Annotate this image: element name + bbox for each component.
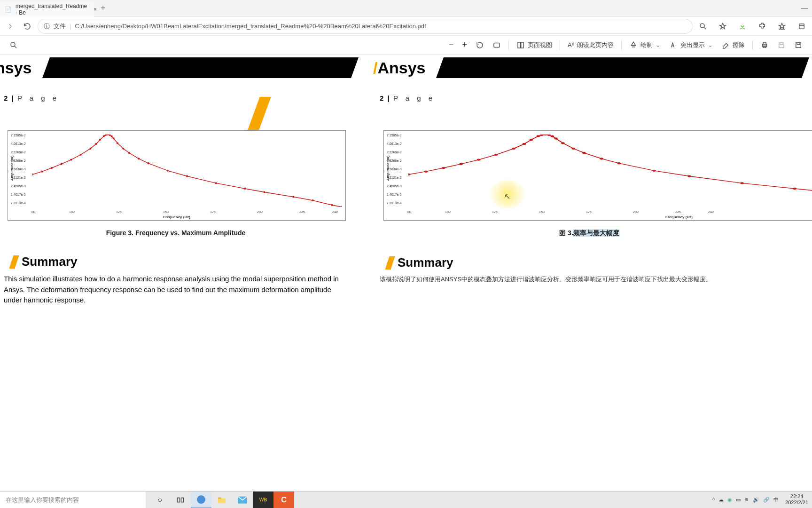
chevron-down-icon: ⌄	[656, 41, 661, 48]
figure-caption-cn: 图 3.频率与最大幅度	[373, 229, 805, 238]
svg-point-18	[41, 171, 43, 173]
taskbar-search-placeholder: 在这里输入你要搜索的内容	[6, 496, 79, 504]
svg-point-65	[617, 162, 621, 164]
svg-point-63	[582, 152, 586, 154]
read-aloud-button[interactable]: A)) 朗读此页内容	[565, 39, 617, 51]
x-tick: 150.	[539, 210, 546, 214]
svg-line-7	[15, 46, 16, 48]
explorer-icon[interactable]	[211, 492, 232, 508]
y-tick: 1.4017e-3	[387, 193, 402, 196]
pdf-viewport[interactable]: nsys 2 | P a g e Amplitude (m) Frequency…	[0, 55, 812, 495]
onedrive-icon[interactable]: ☁	[718, 497, 724, 503]
link-icon[interactable]: 🔗	[763, 497, 770, 503]
page-number: 2 | P a g e	[4, 94, 354, 102]
erase-button[interactable]: 擦除	[718, 39, 748, 51]
x-axis-label: Frequency (Hz)	[163, 215, 190, 219]
svg-point-20	[61, 163, 62, 165]
file-badge: 文件	[54, 22, 66, 31]
svg-rect-78	[218, 498, 226, 503]
edge-icon[interactable]	[191, 492, 211, 508]
favorite-icon[interactable]	[716, 20, 729, 33]
url-field[interactable]: ⓘ 文件 | C:/Users/enheng/Desktop/HW01BeamL…	[38, 19, 693, 34]
tray-chevron-icon[interactable]: ^	[712, 497, 715, 502]
svg-point-34	[128, 152, 130, 154]
extensions-icon[interactable]	[756, 20, 769, 33]
mail-icon[interactable]	[232, 492, 253, 508]
x-tick: 175.	[586, 210, 593, 214]
x-tick: 150.	[163, 210, 170, 214]
ime-indicator[interactable]: 中	[773, 496, 779, 503]
new-tab-button[interactable]: +	[98, 2, 109, 14]
favorites-list-icon[interactable]	[775, 20, 789, 33]
cortana-icon[interactable]: ○	[149, 492, 170, 508]
y-tick: 4.0813e-2	[11, 142, 26, 145]
pdf-search-icon[interactable]	[7, 39, 21, 51]
y-tick: 2.3269e-2	[387, 151, 402, 154]
pdf-page-right: /Ansys 2 | P a g e Amplitude (m) Frequen…	[373, 55, 805, 306]
svg-point-52	[512, 148, 515, 150]
battery-icon[interactable]: ▭	[736, 497, 741, 503]
svg-point-61	[561, 142, 565, 144]
svg-point-40	[244, 188, 246, 190]
rotate-icon[interactable]	[473, 39, 487, 51]
pdf-toolbar: − + 页面视图 A)) 朗读此页内容 绘制 ⌄ 突出显示 ⌄ 擦除	[0, 36, 812, 55]
svg-point-24	[95, 143, 97, 145]
info-icon: ⓘ	[44, 22, 50, 31]
wifi-icon[interactable]: ⚞	[744, 497, 749, 503]
clock[interactable]: 22:24 2022/2/21	[785, 493, 808, 506]
svg-point-30	[111, 135, 113, 137]
forward-button[interactable]	[4, 20, 17, 33]
chart-left: Amplitude (m) Frequency (Hz) 7.1585e-2 4…	[8, 130, 346, 221]
task-view-icon[interactable]	[170, 492, 191, 508]
save-as-icon[interactable]	[791, 39, 805, 51]
x-tick: 240.	[708, 210, 715, 214]
x-tick: 100.	[69, 210, 76, 214]
zoom-in-button[interactable]: +	[459, 38, 470, 52]
summary-text-cn: 该模拟说明了如何使用ANSYS中的模态叠加方法进行谐波响应分析。变形频率响应可用…	[380, 275, 795, 284]
draw-button[interactable]: 绘制 ⌄	[626, 39, 664, 51]
chevron-down-icon: ⌄	[708, 41, 713, 48]
x-tick: 80.	[31, 210, 36, 214]
svg-point-23	[89, 148, 91, 150]
svg-rect-15	[780, 42, 783, 44]
y-tick: 7.9913e-4	[11, 201, 26, 205]
svg-point-67	[687, 175, 691, 177]
svg-rect-79	[218, 497, 221, 499]
print-icon[interactable]	[757, 39, 772, 51]
browser-tab[interactable]: 📄 merged_translated_Readme - Be ×	[0, 2, 94, 17]
y-tick: 2.3269e-2	[11, 151, 26, 154]
svg-point-21	[70, 159, 72, 160]
zoom-icon[interactable]	[696, 20, 710, 33]
svg-point-28	[107, 135, 109, 135]
save-icon[interactable]	[774, 39, 789, 51]
svg-point-35	[138, 158, 140, 159]
svg-point-17	[32, 174, 33, 175]
fit-page-icon[interactable]	[490, 39, 504, 51]
page-view-button[interactable]: 页面视图	[514, 39, 555, 51]
reload-button[interactable]	[21, 20, 34, 33]
summary-section: Summary 该模拟说明了如何使用ANSYS中的模态叠加方法进行谐波响应分析。…	[373, 255, 805, 284]
summary-text-en: This simulation illustrates how to do a …	[4, 274, 344, 306]
x-axis-label: Frequency (Hz)	[665, 215, 693, 219]
window-minimize-icon[interactable]: —	[801, 4, 808, 12]
svg-rect-10	[521, 42, 523, 48]
svg-point-57	[544, 135, 547, 135]
svg-point-36	[148, 162, 149, 164]
zoom-out-button[interactable]: −	[446, 38, 457, 52]
collections-icon[interactable]	[795, 20, 808, 33]
chart-plot-area	[408, 135, 812, 207]
y-tick: 7.1585e-2	[387, 134, 402, 137]
camtasia-icon[interactable]: C	[273, 492, 294, 508]
security-icon[interactable]: ◉	[727, 497, 732, 503]
svg-point-59	[551, 135, 554, 137]
y-tick: 1.3266e-2	[11, 159, 26, 162]
workbench-icon[interactable]: WB	[253, 492, 273, 508]
y-tick: 7.1585e-2	[11, 134, 26, 137]
svg-point-53	[523, 143, 526, 145]
highlight-button[interactable]: 突出显示 ⌄	[666, 39, 716, 51]
volume-icon[interactable]: 🔊	[753, 497, 759, 503]
svg-point-19	[51, 167, 53, 169]
taskbar-search[interactable]: 在这里输入你要搜索的内容	[0, 492, 146, 508]
download-icon[interactable]	[736, 20, 749, 33]
svg-point-55	[537, 135, 540, 137]
